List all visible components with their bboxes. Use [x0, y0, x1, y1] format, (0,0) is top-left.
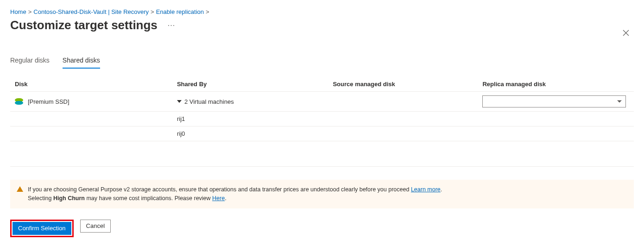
- info-text2b: may have some cost implications. Please …: [85, 195, 212, 202]
- breadcrumb-sep: >: [28, 8, 32, 15]
- disks-table: Disk Shared By Source managed disk Repli…: [10, 77, 634, 141]
- info-banner: If you are choosing General Purpose v2 s…: [10, 180, 634, 208]
- vm-name: rij1: [172, 112, 328, 126]
- confirm-selection-button[interactable]: Confirm Selection: [13, 222, 71, 235]
- confirm-highlight: Confirm Selection: [10, 220, 74, 237]
- breadcrumb-sep: >: [151, 8, 154, 15]
- tab-regular-disks[interactable]: Regular disks: [10, 55, 50, 69]
- col-header-disk: Disk: [10, 77, 172, 92]
- col-header-source: Source managed disk: [328, 77, 478, 92]
- table-subrow: rij1: [10, 112, 634, 126]
- col-header-replica: Replica managed disk: [478, 77, 634, 92]
- more-options-button[interactable]: ···: [166, 20, 177, 31]
- page-title: Customize target settings: [10, 18, 158, 32]
- shared-by-toggle[interactable]: 2 Virtual machines: [177, 98, 324, 105]
- table-subrow: rij0: [10, 126, 634, 141]
- breadcrumb-sep: >: [206, 8, 209, 15]
- tab-shared-disks[interactable]: Shared disks: [63, 55, 100, 69]
- breadcrumb-link-enable-replication[interactable]: Enable replication: [156, 8, 204, 15]
- chevron-down-icon: [617, 101, 622, 103]
- info-bold: High Churn: [53, 195, 85, 202]
- vm-name: rij0: [172, 126, 328, 141]
- close-button[interactable]: [621, 28, 631, 38]
- tabs: Regular disks Shared disks: [10, 55, 634, 69]
- breadcrumb-link-vault[interactable]: Contoso-Shared-Disk-Vault | Site Recover…: [33, 8, 149, 15]
- cancel-button[interactable]: Cancel: [80, 220, 111, 233]
- table-row: [Premium SSD] 2 Virtual machines: [10, 92, 634, 112]
- source-managed-disk-cell: [328, 92, 478, 112]
- warning-icon: [17, 186, 23, 192]
- here-link[interactable]: Here: [212, 195, 225, 202]
- close-icon: [623, 30, 629, 36]
- disk-name: [Premium SSD]: [28, 98, 69, 105]
- replica-managed-disk-dropdown[interactable]: [482, 95, 626, 107]
- learn-more-link[interactable]: Learn more: [411, 186, 441, 193]
- period: .: [441, 186, 442, 193]
- breadcrumb: Home > Contoso-Shared-Disk-Vault | Site …: [10, 8, 634, 15]
- col-header-shared-by: Shared By: [172, 77, 328, 92]
- divider: [10, 166, 634, 167]
- disk-icon: [15, 98, 23, 105]
- shared-by-label: 2 Virtual machines: [184, 98, 234, 105]
- info-text: If you are choosing General Purpose v2 s…: [28, 186, 411, 193]
- breadcrumb-link-home[interactable]: Home: [10, 8, 26, 15]
- period2: .: [225, 195, 226, 202]
- caret-down-icon: [177, 100, 182, 103]
- info-text2a: Selecting: [28, 195, 53, 202]
